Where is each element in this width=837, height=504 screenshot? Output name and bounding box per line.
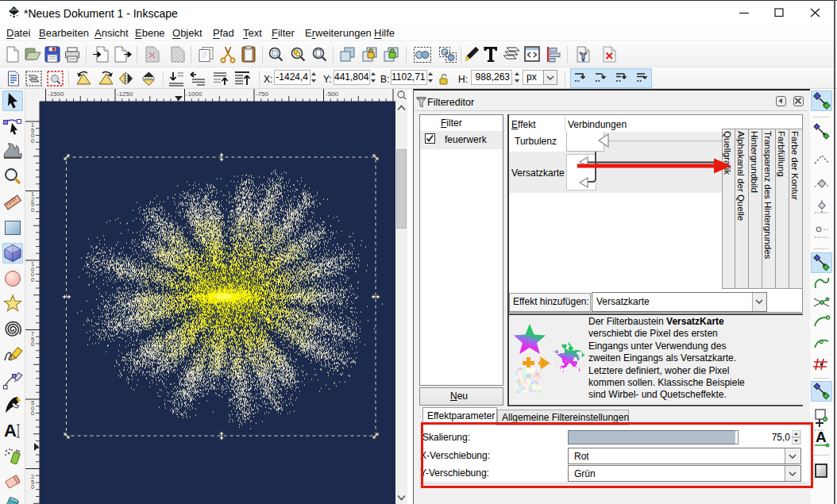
svg-text:A: A: [4, 421, 17, 441]
